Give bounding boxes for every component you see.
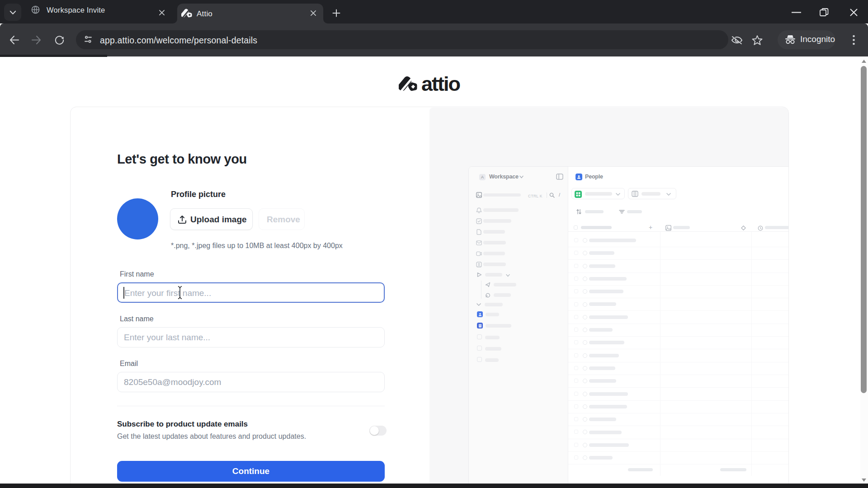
svg-text:attio: attio: [421, 75, 460, 94]
